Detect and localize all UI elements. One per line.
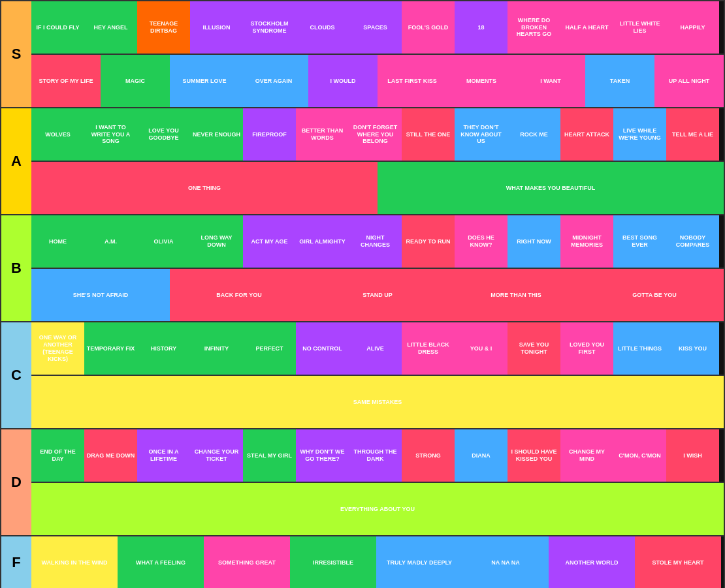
- song-tile[interactable]: ROCK ME: [508, 108, 560, 161]
- song-tile[interactable]: PERFECT: [243, 322, 296, 375]
- song-tile[interactable]: STAND UP: [308, 269, 447, 321]
- song-tile[interactable]: TRULY MADLY DEEPLY: [376, 536, 462, 588]
- song-tile[interactable]: ACT MY AGE: [243, 215, 296, 268]
- song-tile[interactable]: IF I COULD FLY: [31, 1, 84, 54]
- song-tile[interactable]: NOBODY COMPARES: [666, 215, 719, 268]
- song-tile[interactable]: TAKEN: [585, 55, 654, 107]
- tier-row-S: SIF I COULD FLYHEY ANGELTEENAGE DIRTBAGI…: [1, 1, 724, 108]
- song-tile[interactable]: ILLUSION: [190, 1, 243, 54]
- song-tile[interactable]: SAVE YOU TONIGHT: [508, 322, 560, 375]
- tier-label-S: S: [1, 1, 31, 107]
- song-tile[interactable]: HOME: [31, 215, 84, 268]
- song-tile[interactable]: KISS YOU: [666, 322, 719, 375]
- tier-row-D: DEND OF THE DAYDRAG ME DOWNONCE IN A LIF…: [1, 429, 724, 536]
- song-tile[interactable]: HALF A HEART: [560, 1, 613, 54]
- song-tile[interactable]: MAGIC: [101, 55, 170, 107]
- song-tile[interactable]: LITTLE THINGS: [613, 322, 666, 375]
- song-tile[interactable]: EVERYTHING ABOUT YOU: [31, 483, 724, 535]
- song-tile[interactable]: STOLE MY HEART: [635, 536, 721, 588]
- song-tile[interactable]: INFINITY: [190, 322, 243, 375]
- song-tile[interactable]: I WANT: [516, 55, 585, 107]
- tier-row-B: BHOMEA.M.OLIVIALONG WAY DOWNACT MY AGEGI…: [1, 215, 724, 322]
- song-tile[interactable]: DRAG ME DOWN: [84, 429, 137, 482]
- song-tile[interactable]: SPACES: [349, 1, 402, 54]
- tier-list: SIF I COULD FLYHEY ANGELTEENAGE DIRTBAGI…: [0, 0, 725, 588]
- song-tile[interactable]: C'MON, C'MON: [613, 429, 666, 482]
- song-tile[interactable]: OLIVIA: [137, 215, 190, 268]
- song-tile[interactable]: STEAL MY GIRL: [243, 429, 296, 482]
- song-tile[interactable]: ONE WAY OR ANOTHER (TEENAGE KICKS): [31, 322, 84, 375]
- song-tile[interactable]: CHANGE MY MIND: [560, 429, 613, 482]
- song-tile[interactable]: 18: [455, 1, 508, 54]
- song-tile[interactable]: CLOUDS: [296, 1, 349, 54]
- song-tile[interactable]: TELL ME A LIE: [666, 108, 719, 161]
- song-tile[interactable]: THEY DON'T KNOW ABOUT US: [455, 108, 508, 161]
- song-tile[interactable]: WHAT A FEELING: [118, 536, 204, 588]
- tier-row-F: FWALKING IN THE WINDWHAT A FEELINGSOMETH…: [1, 536, 724, 588]
- song-tile[interactable]: SHE'S NOT AFRAID: [31, 269, 170, 321]
- song-tile[interactable]: ANOTHER WORLD: [549, 536, 635, 588]
- song-tile[interactable]: DIANA: [455, 429, 508, 482]
- song-tile[interactable]: FIREPROOF: [243, 108, 296, 161]
- song-tile[interactable]: MIDNIGHT MEMORIES: [560, 215, 613, 268]
- song-tile[interactable]: TEMPORARY FIX: [84, 322, 137, 375]
- song-tile[interactable]: LITTLE BLACK DRESS: [402, 322, 455, 375]
- song-tile[interactable]: GOTTA BE YOU: [585, 269, 724, 321]
- song-tile[interactable]: READY TO RUN: [402, 215, 455, 268]
- song-tile[interactable]: STORY OF MY LIFE: [31, 55, 101, 107]
- song-tile[interactable]: GIRL ALMIGHTY: [296, 215, 349, 268]
- song-tile[interactable]: WHERE DO BROKEN HEARTS GO: [508, 1, 560, 54]
- song-tile[interactable]: NEVER ENOUGH: [190, 108, 243, 161]
- song-tile[interactable]: WOLVES: [31, 108, 84, 161]
- song-tile[interactable]: DON'T FORGET WHERE YOU BELONG: [349, 108, 402, 161]
- song-tile[interactable]: NA NA NA: [462, 536, 549, 588]
- song-tile[interactable]: WALKING IN THE WIND: [31, 536, 118, 588]
- song-tile[interactable]: NO CONTROL: [296, 322, 349, 375]
- song-tile[interactable]: FOOL'S GOLD: [402, 1, 455, 54]
- song-tile[interactable]: BEST SONG EVER: [613, 215, 666, 268]
- song-tile[interactable]: I WISH: [666, 429, 719, 482]
- song-tile[interactable]: STRONG: [402, 429, 455, 482]
- song-tile[interactable]: SOMETHING GREAT: [204, 536, 290, 588]
- song-tile[interactable]: YOU & I: [455, 322, 508, 375]
- song-tile[interactable]: HISTORY: [137, 322, 190, 375]
- song-tile[interactable]: CHANGE YOUR TICKET: [190, 429, 243, 482]
- song-tile[interactable]: TEENAGE DIRTBAG: [137, 1, 190, 54]
- song-tile[interactable]: IRRESISTIBLE: [290, 536, 376, 588]
- song-tile[interactable]: LAST FIRST KISS: [378, 55, 447, 107]
- song-tile[interactable]: I WOULD: [308, 55, 378, 107]
- song-tile[interactable]: MORE THAN THIS: [447, 269, 585, 321]
- song-tile[interactable]: HEY ANGEL: [84, 1, 137, 54]
- song-tile[interactable]: HEART ATTACK: [560, 108, 613, 161]
- song-tile[interactable]: LITTLE WHITE LIES: [613, 1, 666, 54]
- song-tile[interactable]: LOVED YOU FIRST: [560, 322, 613, 375]
- song-tile[interactable]: RIGHT NOW: [508, 215, 560, 268]
- tier-label-C: C: [1, 322, 31, 428]
- song-tile[interactable]: ONCE IN A LIFETIME: [137, 429, 190, 482]
- song-tile[interactable]: WHY DON'T WE GO THERE?: [296, 429, 349, 482]
- song-tile[interactable]: HAPPILY: [666, 1, 719, 54]
- song-tile[interactable]: STILL THE ONE: [402, 108, 455, 161]
- song-tile[interactable]: SUMMER LOVE: [170, 55, 239, 107]
- song-tile[interactable]: LIVE WHILE WE'RE YOUNG: [613, 108, 666, 161]
- song-tile[interactable]: OVER AGAIN: [239, 55, 308, 107]
- song-tile[interactable]: ONE THING: [31, 162, 378, 214]
- song-tile[interactable]: I WANT TO WRITE YOU A SONG: [84, 108, 137, 161]
- song-tile[interactable]: SAME MISTAKES: [31, 376, 724, 428]
- song-tile[interactable]: WHAT MAKES YOU BEAUTIFUL: [378, 162, 724, 214]
- song-tile[interactable]: STOCKHOLM SYNDROME: [243, 1, 296, 54]
- song-tile[interactable]: A.M.: [84, 215, 137, 268]
- song-tile[interactable]: I SHOULD HAVE KISSED YOU: [508, 429, 560, 482]
- song-tile[interactable]: END OF THE DAY: [31, 429, 84, 482]
- song-tile[interactable]: BACK FOR YOU: [170, 269, 308, 321]
- song-tile[interactable]: MOMENTS: [447, 55, 516, 107]
- song-tile[interactable]: LONG WAY DOWN: [190, 215, 243, 268]
- song-tile[interactable]: LOVE YOU GOODBYE: [137, 108, 190, 161]
- song-tile[interactable]: THROUGH THE DARK: [349, 429, 402, 482]
- song-tile[interactable]: NIGHT CHANGES: [349, 215, 402, 268]
- song-tile[interactable]: BETTER THAN WORDS: [296, 108, 349, 161]
- tier-row-C: CONE WAY OR ANOTHER (TEENAGE KICKS)TEMPO…: [1, 322, 724, 429]
- song-tile[interactable]: DOES HE KNOW?: [455, 215, 508, 268]
- song-tile[interactable]: ALIVE: [349, 322, 402, 375]
- song-tile[interactable]: UP ALL NIGHT: [654, 55, 724, 107]
